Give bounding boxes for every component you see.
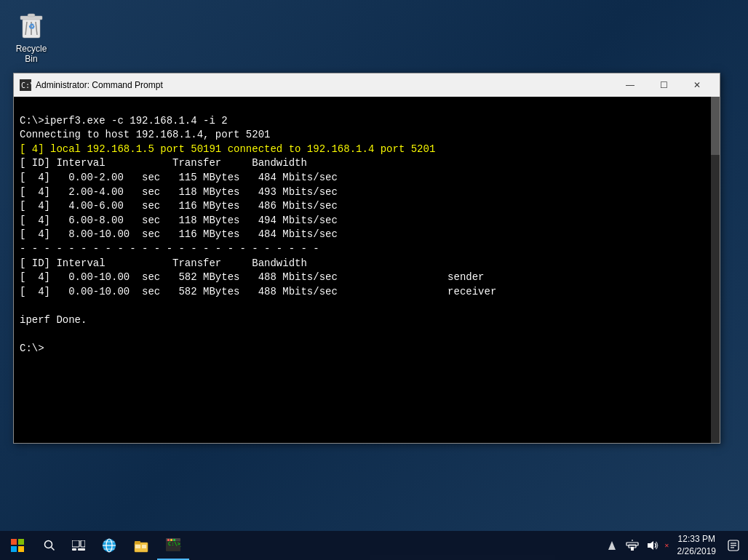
svg-rect-9 [11, 539, 17, 545]
svg-rect-10 [18, 539, 24, 545]
minimize-button[interactable]: — [613, 73, 647, 97]
recycle-bin-image: ♻ [17, 9, 46, 41]
recycle-bin-label: Recycle Bin [9, 44, 54, 65]
svg-rect-33 [173, 539, 175, 541]
tray-volume-error-icon: ✕ [663, 531, 672, 560]
svg-rect-16 [81, 540, 85, 547]
cmd-titlebar: C:\ Administrator: Command Prompt — ☐ ✕ [14, 73, 720, 97]
svg-marker-34 [608, 541, 616, 550]
cmd-body[interactable]: C:\>iperf3.exe -c 192.168.1.4 -i 2 Conne… [14, 97, 720, 443]
tray-volume-icon[interactable] [642, 531, 663, 560]
svg-text:C:\: C:\ [21, 81, 31, 89]
cmd-scrollbar[interactable] [711, 97, 720, 443]
tray-time: 12:33 PM [678, 533, 715, 545]
svg-rect-18 [78, 548, 85, 551]
svg-line-14 [52, 548, 55, 551]
svg-rect-2 [28, 14, 35, 17]
taskbar-cmd-button[interactable]: C:\>_ [157, 531, 189, 560]
taskbar-taskview-button[interactable] [64, 531, 93, 560]
svg-rect-26 [135, 545, 140, 548]
cmd-window-title: Administrator: Command Prompt [36, 80, 613, 90]
cmd-window-controls: — ☐ ✕ [613, 73, 714, 97]
svg-rect-37 [626, 543, 638, 545]
recycle-bin-icon[interactable]: ♻ Recycle Bin [6, 6, 57, 68]
cmd-scrollbar-thumb[interactable] [711, 97, 720, 155]
taskbar-ie-button[interactable] [93, 531, 125, 560]
tray-show-hidden-button[interactable] [602, 531, 622, 560]
cmd-window: C:\ Administrator: Command Prompt — ☐ ✕ … [13, 73, 720, 444]
cmd-output: C:\>iperf3.exe -c 192.168.1.4 -i 2 Conne… [20, 100, 714, 370]
svg-rect-31 [167, 539, 170, 541]
svg-rect-15 [72, 540, 79, 547]
taskbar-tray: ✕ 12:33 PM 2/26/2019 [599, 531, 748, 560]
svg-rect-25 [135, 541, 140, 544]
tray-network-icon[interactable] [622, 531, 642, 560]
desktop: ♻ Recycle Bin C:\ Administrator: Command… [0, 0, 748, 531]
taskbar-search-button[interactable] [35, 531, 64, 560]
cmd-window-icon: C:\ [20, 79, 31, 91]
start-button[interactable] [0, 531, 35, 560]
taskbar-pinned-apps: C:\>_ [93, 531, 189, 560]
svg-rect-12 [18, 546, 24, 552]
taskbar: C:\>_ [0, 531, 748, 560]
maximize-button[interactable]: ☐ [647, 73, 680, 97]
tray-notification-button[interactable] [722, 531, 745, 560]
svg-marker-38 [648, 541, 653, 550]
taskbar-explorer-button[interactable] [125, 531, 157, 560]
svg-rect-27 [142, 545, 146, 548]
svg-rect-32 [170, 539, 172, 541]
tray-clock[interactable]: 12:33 PM 2/26/2019 [672, 531, 722, 560]
svg-point-13 [45, 541, 52, 548]
svg-text:C:\>_: C:\>_ [168, 541, 181, 547]
svg-rect-11 [11, 546, 17, 552]
svg-text:♻: ♻ [28, 23, 35, 31]
close-button[interactable]: ✕ [680, 73, 714, 97]
tray-date: 2/26/2019 [677, 545, 716, 558]
svg-rect-17 [72, 548, 76, 551]
